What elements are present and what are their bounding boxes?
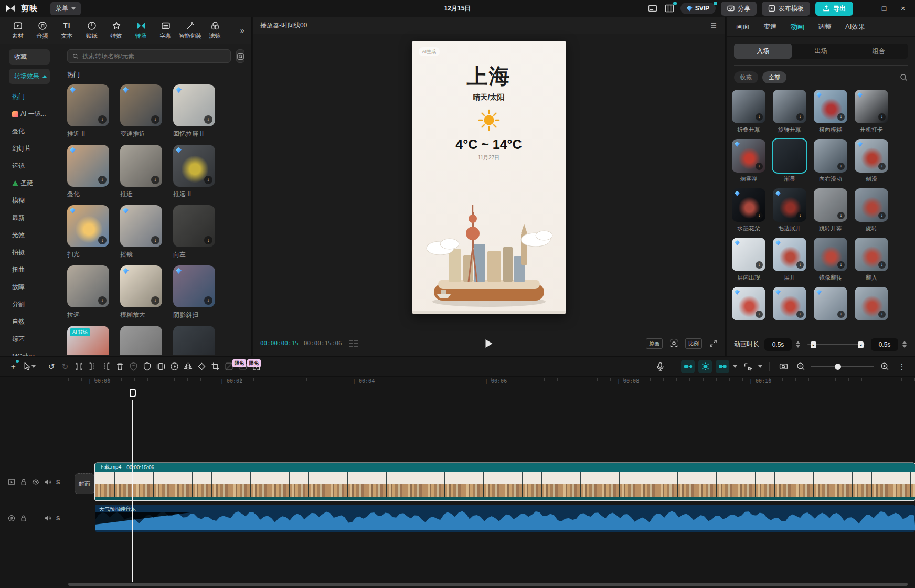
zoom-out-icon[interactable] — [794, 360, 807, 373]
original-quality-button[interactable]: 原画 — [646, 338, 663, 349]
freeze-frame-button[interactable] — [154, 360, 167, 373]
properties-tab[interactable]: 画面 — [736, 22, 750, 31]
export-button[interactable]: 导出 — [815, 2, 853, 16]
undo-button[interactable]: ↺ — [45, 360, 58, 373]
animation-effect-card[interactable]: ↓ 交错开幕 — [814, 287, 847, 320]
close-button[interactable]: × — [896, 4, 910, 13]
video-clip[interactable]: 下载.mp4 00:00:15:06 — [95, 463, 915, 500]
transition-card[interactable]: ↓ 模糊放大 — [120, 265, 162, 319]
in-duration-value[interactable]: 0.5s — [764, 338, 792, 351]
chevron-down-icon[interactable] — [758, 365, 762, 368]
auto-ripple-toggle[interactable] — [698, 360, 712, 373]
transition-card[interactable]: ↓ 阴影斜扫 — [173, 265, 215, 319]
eye-icon[interactable] — [32, 478, 39, 486]
favorites-button[interactable]: 收藏 — [9, 49, 50, 65]
playhead[interactable] — [132, 400, 133, 582]
transition-card[interactable]: ↓ 变速推近 — [120, 84, 162, 138]
magnetic-snap-toggle[interactable] — [681, 360, 695, 373]
effects-search-icon[interactable] — [900, 73, 908, 81]
play-button[interactable] — [485, 339, 492, 348]
properties-tab[interactable]: AI效果 — [845, 22, 865, 31]
transition-search-input[interactable] — [82, 52, 226, 60]
menu-button[interactable]: 菜单 — [50, 2, 81, 15]
split-keep-left-button[interactable] — [86, 360, 99, 373]
delete-button[interactable] — [113, 360, 126, 373]
duration-slider[interactable]: ▸ ◂ — [807, 341, 865, 348]
sidebar-category-item[interactable]: 扭曲 — [0, 261, 55, 279]
select-tool-button[interactable] — [20, 360, 34, 373]
transition-card[interactable] — [120, 326, 162, 355]
animation-effect-card[interactable]: ↓ 翻入 — [855, 238, 888, 282]
timeline-zoom-slider[interactable] — [811, 364, 874, 370]
animation-effect-card[interactable]: ↓ 轻微放大 — [855, 287, 888, 320]
tab-media[interactable]: 素材 — [5, 21, 30, 40]
layout-panels-button[interactable] — [664, 3, 675, 14]
tab-sticker[interactable]: 贴纸 — [79, 21, 104, 40]
animation-effect-card[interactable]: ↓ 水墨花朵 — [732, 188, 765, 232]
cursor-mode-button[interactable] — [741, 360, 754, 373]
frames-grid-icon[interactable] — [349, 340, 358, 347]
smart-mask-button[interactable] — [126, 360, 140, 373]
volume-icon[interactable] — [44, 515, 51, 522]
tab-transitions[interactable]: 转场 — [129, 21, 153, 40]
sidebar-category-item[interactable]: 圣诞 — [0, 175, 55, 192]
transition-card[interactable]: ↓ 叠化 — [67, 145, 109, 199]
out-duration-stepper[interactable] — [901, 341, 908, 348]
toolbar-more-button[interactable]: » — [237, 26, 248, 35]
mirror-button[interactable] — [181, 360, 195, 373]
tab-captions[interactable]: 字幕 — [153, 21, 178, 40]
sidebar-category-item[interactable]: 模糊 — [0, 192, 55, 209]
transition-card[interactable]: ↓ 摇镜 — [120, 205, 162, 259]
in-duration-stepper[interactable] — [795, 341, 801, 348]
mask-button[interactable] — [140, 360, 154, 373]
animation-effect-card[interactable]: 渐显 — [773, 139, 806, 183]
transition-card[interactable]: ↓ 向左 — [173, 205, 215, 259]
animation-effect-card[interactable]: ↓ 跳转开幕 — [814, 188, 847, 232]
svip-button[interactable]: SVIP — [680, 3, 716, 14]
subtitle-display-button[interactable] — [647, 3, 658, 14]
animation-effect-card[interactable]: ↓ 向右滑动 — [814, 139, 847, 183]
preview-axis-button[interactable] — [776, 360, 790, 373]
tab-effects[interactable]: 特效 — [104, 21, 129, 40]
phase-segment[interactable]: 入场 — [734, 44, 792, 59]
sidebar-category-item[interactable]: 运镜 — [0, 157, 55, 175]
animation-effect-card[interactable]: ↓ 毛边展开 — [773, 188, 806, 232]
aspect-ratio-button[interactable]: 比例 — [685, 338, 702, 349]
sidebar-category-item[interactable]: 自然 — [0, 313, 55, 330]
animation-effect-card[interactable]: ↓ 开机打卡 — [855, 90, 888, 134]
filter-chip[interactable]: 收藏 — [734, 71, 758, 83]
fullscreen-icon[interactable] — [709, 339, 717, 347]
lock-icon[interactable] — [20, 515, 27, 522]
speed-button[interactable] — [167, 360, 181, 373]
properties-tab[interactable]: 动画 — [791, 22, 804, 31]
publish-template-button[interactable]: 发布模板 — [762, 2, 810, 16]
sidebar-category-item[interactable]: 叠化 — [0, 123, 55, 140]
animation-effect-card[interactable]: ↓ 烟雾弹 — [732, 139, 765, 183]
zoom-in-icon[interactable] — [878, 360, 891, 373]
transition-card[interactable]: ↓ 推近 II — [67, 84, 109, 138]
add-track-button[interactable]: ＋ — [6, 360, 20, 373]
sidebar-category-item[interactable]: 热门 — [0, 88, 55, 105]
maximize-button[interactable]: □ — [877, 4, 891, 13]
split-button[interactable] — [72, 360, 86, 373]
animation-effect-card[interactable]: ↓ 镜像翻转 — [814, 238, 847, 282]
phase-segment[interactable]: 组合 — [850, 44, 908, 59]
tab-text[interactable]: TI 文本 — [55, 21, 79, 40]
animation-effect-card[interactable]: ↓ 折叠开幕 — [732, 90, 765, 134]
timeline-scrollbar[interactable] — [68, 583, 908, 586]
volume-icon[interactable] — [44, 478, 51, 486]
transition-card[interactable] — [173, 326, 215, 355]
share-button[interactable]: 分享 — [721, 2, 757, 16]
tab-audio[interactable]: 音频 — [30, 21, 55, 40]
sidebar-category-item[interactable]: 幻灯片 — [0, 140, 55, 157]
animation-effect-card[interactable]: ↓ 旋转 — [855, 188, 888, 232]
sidebar-category-item[interactable]: 故障 — [0, 279, 55, 296]
sidebar-category-item[interactable]: 分割 — [0, 296, 55, 313]
split-keep-right-button[interactable] — [99, 360, 113, 373]
lock-icon[interactable] — [20, 478, 27, 486]
phase-segment[interactable]: 出场 — [792, 44, 849, 59]
animation-effect-card[interactable]: ↓ 旋转开幕 — [773, 90, 806, 134]
link-clips-toggle[interactable] — [716, 360, 729, 373]
sidebar-category-item[interactable]: 最新 — [0, 209, 55, 227]
animation-effect-card[interactable]: ↓ 展开 — [773, 238, 806, 282]
